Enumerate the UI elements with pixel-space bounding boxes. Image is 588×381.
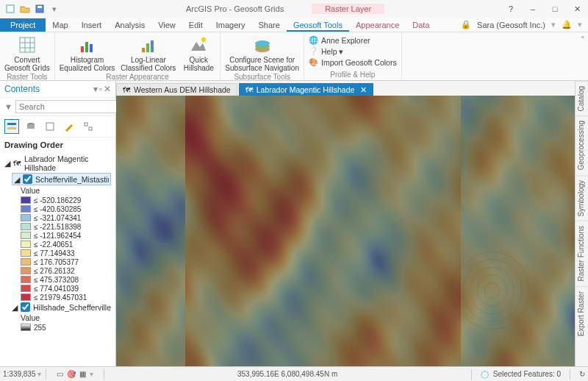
svg-rect-22	[46, 123, 54, 130]
tab-appearance[interactable]: Appearance	[349, 18, 406, 32]
svg-rect-8	[81, 46, 84, 52]
selection-icon: ◯	[481, 370, 489, 378]
configure-scene-button[interactable]: Configure Scene for Subsurface Navigatio…	[225, 34, 299, 72]
svg-rect-3	[20, 38, 35, 52]
map-frame-item[interactable]: ◢ 🗺 Labrador Magentic Hillshade	[4, 154, 111, 173]
collapse-icon[interactable]: ◢	[12, 303, 18, 312]
svg-rect-2	[37, 6, 42, 8]
svg-rect-19	[7, 127, 16, 129]
svg-rect-18	[7, 123, 16, 125]
map-icon: 🗺	[13, 159, 21, 168]
qat-dropdown-icon[interactable]: ▾	[49, 3, 60, 15]
value-label: Value	[21, 185, 111, 196]
search-input[interactable]	[15, 100, 124, 113]
histogram-eq-button[interactable]: Histogram Equalized Colors	[60, 34, 115, 72]
anne-explorer-button[interactable]: 🌐Anne Explorer	[309, 35, 397, 45]
panel-close-icon[interactable]: ✕	[104, 84, 111, 94]
legend-row: ≤ 774.041039	[21, 284, 111, 293]
help-menu-button[interactable]: ❔Help ▾	[309, 46, 397, 56]
tab-view[interactable]: View	[151, 18, 182, 32]
context-title: Raster Layer	[312, 4, 384, 14]
tab-geosoft-tools[interactable]: Geosoft Tools	[287, 18, 349, 32]
qat-open-icon[interactable]	[19, 3, 31, 15]
svg-rect-10	[90, 44, 93, 52]
layer-a-item[interactable]: ◢ Schefferville_Mistastin_Batholi	[12, 173, 111, 185]
quick-hillshade-button[interactable]: Quick Hillshade	[182, 34, 215, 72]
hillshade-icon	[189, 35, 208, 54]
qat-new-icon[interactable]	[4, 3, 16, 15]
status-bar: 1:339,835 ▾ ▭ 🎯 ▦ ▾ 353,995.16E 6,080,49…	[0, 366, 588, 381]
list-by-source-icon[interactable]	[24, 119, 38, 134]
doc-tab-labrador[interactable]: 🗺 Labrador Magentic Hillshade ✕	[239, 83, 374, 96]
notifications-icon[interactable]: 🔔	[562, 20, 572, 29]
help-button[interactable]: ?	[500, 0, 522, 18]
scale-value[interactable]: 1:339,835	[3, 370, 36, 378]
title-bar: ▾ ArcGIS Pro - Geosoft Grids Raster Laye…	[0, 0, 588, 18]
import-colors-button[interactable]: 🎨Import Geosoft Colors	[309, 57, 397, 67]
collapse-icon[interactable]: ◢	[14, 175, 20, 184]
list-by-editing-icon[interactable]	[62, 119, 76, 134]
vtab-raster-functions[interactable]: Raster Functions	[576, 221, 588, 286]
legend-row: ≤ -520.186229	[21, 196, 111, 204]
map-canvas[interactable]	[116, 96, 575, 366]
tab-insert[interactable]: Insert	[75, 18, 109, 32]
svg-rect-12	[146, 43, 149, 52]
svg-rect-24	[89, 127, 92, 130]
value-label-b: Value	[21, 313, 111, 323]
list-by-snapping-icon[interactable]	[81, 119, 96, 134]
layer-a-checkbox[interactable]	[23, 174, 32, 184]
loglinear-button[interactable]: Log-Linear Classified Colors	[121, 34, 176, 72]
user-name[interactable]: Sara (Geosoft Inc.)	[477, 21, 545, 29]
drawing-order-label: Drawing Order	[0, 138, 115, 152]
tab-share[interactable]: Share	[252, 18, 287, 32]
svg-rect-0	[7, 5, 14, 13]
lock-icon: 🔒	[461, 20, 471, 29]
vtab-symbology[interactable]: Symbology	[576, 175, 588, 221]
svg-point-14	[201, 38, 206, 42]
vtab-export-raster[interactable]: Export Raster	[576, 286, 588, 341]
globe-icon: 🌐	[309, 35, 318, 45]
convert-grids-button[interactable]: Convert Geosoft Grids	[4, 34, 50, 72]
map-icon: 🗺	[245, 85, 254, 94]
map-icon: 🗺	[123, 85, 131, 94]
tab-imagery[interactable]: Imagery	[209, 18, 252, 32]
vtab-geoprocessing[interactable]: Geoprocessing	[576, 115, 588, 174]
panel-menu-icon[interactable]: ▾	[93, 84, 98, 94]
status-grid-icon[interactable]: ▦	[79, 370, 86, 378]
doc-tab-western[interactable]: 🗺 Western Aus DEM Hillshade	[116, 83, 237, 96]
maximize-button[interactable]: □	[544, 0, 566, 18]
collapse-icon[interactable]: ◢	[4, 159, 10, 168]
legend-row: ≤ 276.26132	[21, 266, 111, 275]
tab-edit[interactable]: Edit	[182, 18, 209, 32]
tab-project[interactable]: Project	[0, 18, 46, 32]
grid-icon	[18, 35, 37, 54]
svg-rect-23	[85, 123, 87, 126]
status-rotate-icon[interactable]: 🎯	[67, 370, 76, 378]
qat-save-icon[interactable]	[34, 3, 46, 15]
svg-rect-13	[151, 40, 154, 52]
minimize-button[interactable]: –	[522, 0, 544, 18]
close-button[interactable]: ✕	[566, 0, 588, 18]
legend-b-row: 255	[21, 323, 111, 332]
ribbon-collapse-icon[interactable]: ˄	[581, 35, 585, 45]
right-dock: Catalog Geoprocessing Symbology Raster F…	[575, 81, 588, 366]
tab-map[interactable]: Map	[46, 18, 74, 32]
tab-close-icon[interactable]: ✕	[360, 85, 367, 94]
filter-icon[interactable]: ▼	[4, 102, 12, 111]
scene-icon	[253, 35, 272, 54]
tab-analysis[interactable]: Analysis	[108, 18, 151, 32]
layer-b-checkbox[interactable]	[21, 302, 30, 312]
legend-row: ≤ -121.962454	[21, 231, 111, 240]
vtab-catalog[interactable]: Catalog	[576, 81, 588, 115]
status-pause-icon[interactable]: ▭	[57, 370, 63, 378]
contents-title: Contents	[4, 84, 40, 94]
panel-pin-icon[interactable]: ▫	[99, 84, 102, 94]
tab-data[interactable]: Data	[406, 18, 436, 32]
layer-b-item[interactable]: ◢ Hillshade_Schefferville_Mistast	[12, 302, 111, 313]
status-refresh-icon[interactable]: ↻	[579, 370, 585, 378]
list-by-selection-icon[interactable]	[43, 119, 57, 134]
legend-row: ≤ -221.518398	[21, 222, 111, 231]
app-title: ArcGIS Pro - Geosoft Grids	[180, 4, 290, 14]
list-by-drawing-icon[interactable]	[4, 119, 19, 134]
selected-features: Selected Features: 0	[493, 370, 561, 378]
